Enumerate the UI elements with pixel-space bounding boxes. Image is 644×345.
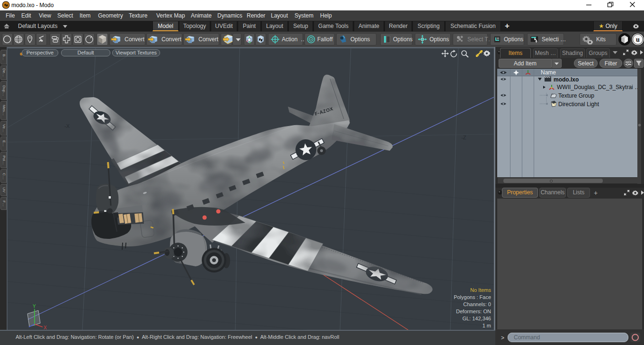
svg-text:X: X: [44, 325, 47, 330]
svg-text:WWII_Douglas_DC_3_Skytrai …: WWII_Douglas_DC_3_Skytrai …: [557, 84, 640, 91]
svg-text:modo.lxo: modo.lxo: [554, 76, 579, 83]
svg-text:Directional Light: Directional Light: [558, 101, 599, 108]
svg-text:u: u: [636, 36, 640, 43]
svg-text:Texture Group: Texture Group: [558, 92, 594, 99]
svg-text:Y: Y: [33, 304, 36, 309]
svg-text:Name: Name: [541, 69, 556, 76]
